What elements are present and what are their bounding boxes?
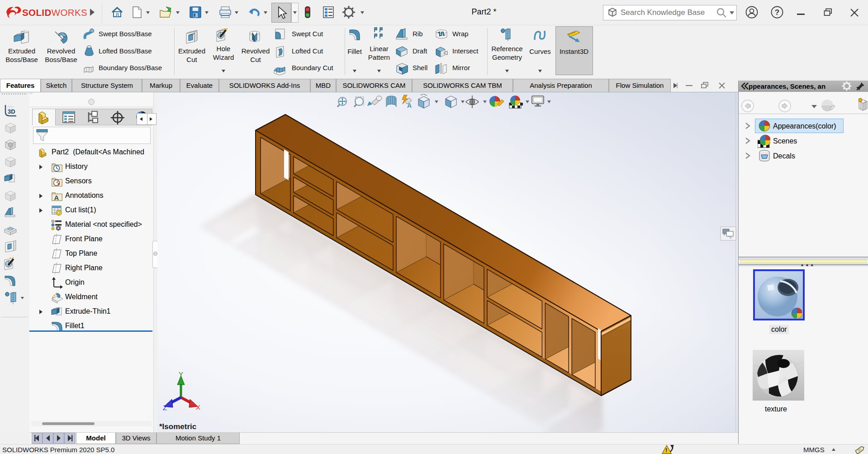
svg-text:3D: 3D	[8, 108, 15, 115]
svg-text:A: A	[407, 102, 412, 109]
svg-text:A: A	[54, 194, 59, 201]
svg-text:!: !	[665, 447, 667, 454]
svg-text:Y: Y	[179, 371, 183, 378]
svg-text:X: X	[196, 403, 200, 411]
svg-text:Z: Z	[163, 404, 167, 411]
